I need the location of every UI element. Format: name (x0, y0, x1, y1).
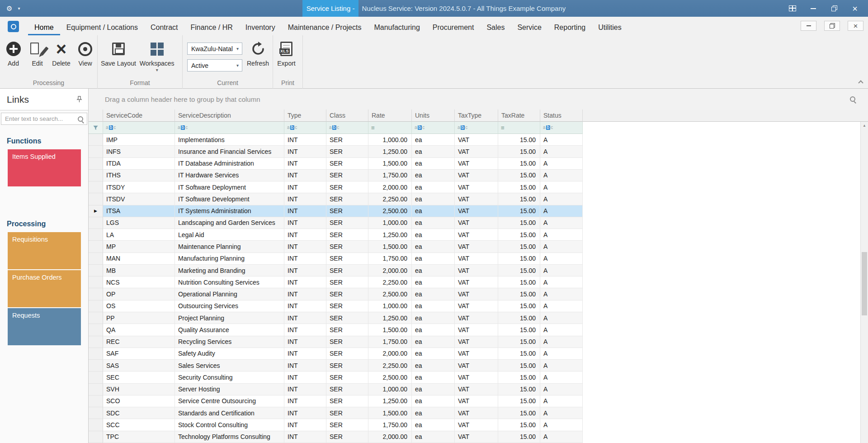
tab-reporting[interactable]: Reporting (548, 21, 592, 35)
cell-taxrate[interactable]: 15.00 (498, 431, 540, 443)
cell-status[interactable]: A (540, 348, 583, 360)
cell-class[interactable]: SER (326, 181, 368, 193)
cell-taxtype[interactable]: VAT (455, 217, 498, 229)
filter-cell-units[interactable]: abc (412, 122, 455, 134)
cell-status[interactable]: A (540, 229, 583, 241)
cell-units[interactable]: ea (412, 384, 455, 395)
cell-servicecode[interactable]: SAF (103, 348, 175, 360)
cell-taxtype[interactable]: VAT (455, 300, 498, 312)
cell-taxrate[interactable]: 15.00 (498, 253, 540, 265)
cell-type[interactable]: INT (284, 158, 326, 170)
cell-servicedescription[interactable]: Stock Control Consulting (175, 419, 284, 431)
row-indicator[interactable] (89, 336, 103, 348)
status-dropdown[interactable]: Active ▾ (187, 59, 242, 71)
cell-servicedescription[interactable]: Technology Platforms Consulting (175, 431, 284, 443)
cell-taxrate[interactable]: 15.00 (498, 360, 540, 372)
row-indicator[interactable] (89, 324, 103, 336)
cell-servicecode[interactable]: LA (103, 229, 175, 241)
cell-servicedescription[interactable]: Quality Assurance (175, 324, 284, 336)
document-close-button[interactable]: × (848, 21, 863, 31)
refresh-button[interactable]: Refresh (246, 38, 270, 67)
cell-rate[interactable]: 2,000.00 (368, 431, 412, 443)
cell-units[interactable]: ea (412, 146, 455, 157)
cell-taxrate[interactable]: 15.00 (498, 205, 540, 217)
cell-type[interactable]: INT (284, 336, 326, 348)
cell-class[interactable]: SER (326, 324, 368, 336)
row-indicator[interactable] (89, 300, 103, 312)
table-row[interactable]: IMPImplementationsINTSER1,000.00eaVAT15.… (89, 134, 583, 146)
cell-type[interactable]: INT (284, 229, 326, 241)
cell-taxrate[interactable]: 15.00 (498, 300, 540, 312)
column-header-units[interactable]: Units (412, 110, 455, 122)
row-indicator[interactable] (89, 360, 103, 372)
tab-equipment-locations[interactable]: Equipment / Locations (60, 21, 144, 35)
filter-cell-servicedescription[interactable]: abc (175, 122, 284, 134)
cell-type[interactable]: INT (284, 276, 326, 288)
cell-servicecode[interactable]: LGS (103, 217, 175, 229)
cell-type[interactable]: INT (284, 253, 326, 265)
cell-rate[interactable]: 1,250.00 (368, 312, 412, 324)
tab-maintenance-projects[interactable]: Maintenance / Projects (282, 21, 368, 35)
close-button[interactable]: × (844, 0, 865, 17)
tab-utilities[interactable]: Utilities (592, 21, 628, 35)
cell-status[interactable]: A (540, 158, 583, 170)
table-row[interactable]: LALegal AidINTSER1,250.00eaVAT15.00A (89, 229, 583, 241)
row-indicator[interactable] (89, 265, 103, 276)
cell-rate[interactable]: 1,500.00 (368, 158, 412, 170)
cell-type[interactable]: INT (284, 265, 326, 276)
cell-type[interactable]: INT (284, 431, 326, 443)
cell-servicecode[interactable]: PP (103, 312, 175, 324)
cell-units[interactable]: ea (412, 229, 455, 241)
cell-servicedescription[interactable]: Maintenance Planning (175, 241, 284, 252)
cell-taxtype[interactable]: VAT (455, 407, 498, 419)
filter-cell-servicecode[interactable]: abc (103, 122, 175, 134)
cell-class[interactable]: SER (326, 360, 368, 372)
cell-rate[interactable]: 1,000.00 (368, 134, 412, 146)
table-row[interactable]: ITSDVIT Software DevelopmentINTSER2,250.… (89, 193, 583, 205)
cell-units[interactable]: ea (412, 181, 455, 193)
cell-status[interactable]: A (540, 276, 583, 288)
cell-taxrate[interactable]: 15.00 (498, 181, 540, 193)
cell-rate[interactable]: 2,250.00 (368, 193, 412, 205)
cell-status[interactable]: A (540, 265, 583, 276)
cell-rate[interactable]: 2,500.00 (368, 205, 412, 217)
document-restore-button[interactable] (824, 21, 840, 31)
cell-status[interactable]: A (540, 300, 583, 312)
cell-rate[interactable]: 1,250.00 (368, 229, 412, 241)
cell-rate[interactable]: 2,500.00 (368, 372, 412, 383)
cell-status[interactable]: A (540, 372, 583, 383)
table-row[interactable]: ▶ITSAIT Systems AdministrationINTSER2,50… (89, 205, 583, 217)
cell-servicecode[interactable]: SCO (103, 395, 175, 407)
cell-taxtype[interactable]: VAT (455, 348, 498, 360)
cell-class[interactable]: SER (326, 419, 368, 431)
column-header-class[interactable]: Class (326, 110, 368, 122)
edit-button[interactable]: Edit (25, 38, 49, 67)
cell-status[interactable]: A (540, 360, 583, 372)
cell-status[interactable]: A (540, 288, 583, 300)
table-row[interactable]: SDCStandards and CertificationINTSER1,50… (89, 407, 583, 419)
cell-taxtype[interactable]: VAT (455, 360, 498, 372)
filter-cell-status[interactable]: abc (540, 122, 583, 134)
cell-servicedescription[interactable]: IT Database Administration (175, 158, 284, 170)
cell-class[interactable]: SER (326, 265, 368, 276)
row-indicator[interactable] (89, 134, 103, 146)
cell-servicedescription[interactable]: Landscaping and Garden Services (175, 217, 284, 229)
row-indicator[interactable] (89, 372, 103, 383)
cell-servicedescription[interactable]: Nutrition Consulting Services (175, 276, 284, 288)
cell-servicedescription[interactable]: Recycling Services (175, 336, 284, 348)
table-row[interactable]: PPProject PlanningINTSER1,250.00eaVAT15.… (89, 312, 583, 324)
cell-units[interactable]: ea (412, 276, 455, 288)
cell-status[interactable]: A (540, 419, 583, 431)
column-header-taxtype[interactable]: TaxType (455, 110, 498, 122)
cell-type[interactable]: INT (284, 134, 326, 146)
cell-class[interactable]: SER (326, 193, 368, 205)
cell-taxtype[interactable]: VAT (455, 134, 498, 146)
column-header-servicecode[interactable]: ServiceCode (103, 110, 175, 122)
cell-rate[interactable]: 2,250.00 (368, 276, 412, 288)
app-icon[interactable] (8, 21, 19, 32)
cell-status[interactable]: A (540, 217, 583, 229)
cell-type[interactable]: INT (284, 300, 326, 312)
filter-cell-taxtype[interactable]: abc (455, 122, 498, 134)
row-indicator[interactable] (89, 158, 103, 170)
cell-servicedescription[interactable]: Manufacturing Planning (175, 253, 284, 265)
